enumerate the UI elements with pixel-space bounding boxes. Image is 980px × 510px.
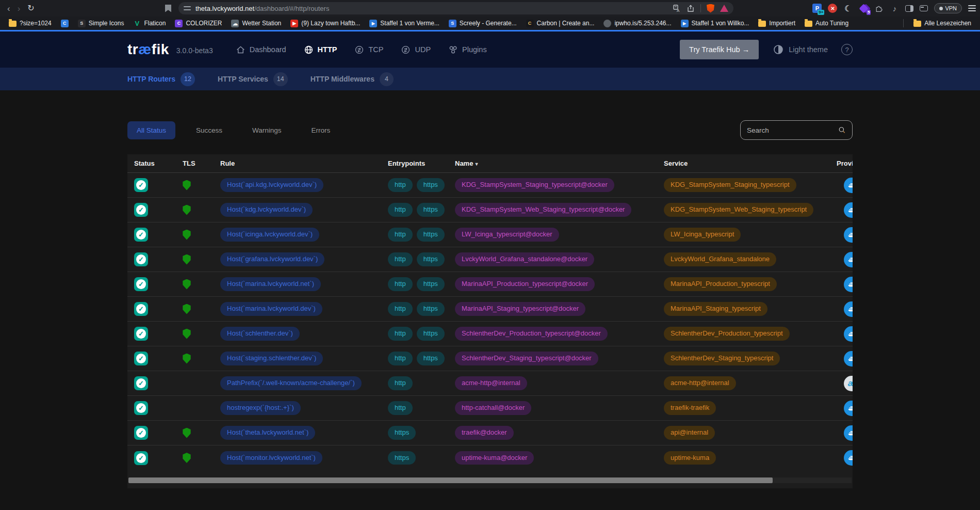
menu-icon[interactable] (968, 5, 976, 11)
brave-rewards-icon[interactable] (720, 5, 728, 12)
bookmark-item[interactable]: C COLORIZER (171, 19, 225, 28)
table-row[interactable]: ✓ Host(`marina.lvckyworld.net`) httphttp… (127, 272, 853, 297)
table-row[interactable]: ✓ Host(`staging.schlenther.dev`) httphtt… (127, 346, 853, 371)
help-icon[interactable]: ? (841, 44, 853, 55)
search-input[interactable] (747, 126, 838, 134)
extensions-puzzle-icon[interactable] (874, 4, 884, 13)
status-success-icon: ✓ (134, 203, 148, 217)
bookmark-all-bookmarks[interactable]: Alle Lesezeichen (910, 19, 975, 28)
brave-shield-icon[interactable] (707, 4, 714, 13)
media-note-icon[interactable]: ♪ (890, 4, 899, 13)
site-settings-icon[interactable] (184, 6, 191, 11)
bookmark-ribbon-icon[interactable] (165, 5, 171, 12)
nav-tcp[interactable]: TCP (354, 45, 383, 55)
table-row[interactable]: ✓ Host(`marina.lvckyworld.dev`) httphttp… (127, 297, 853, 322)
rule-pill: Host(`icinga.lvckyworld.dev`) (220, 228, 319, 242)
bookmark-item[interactable]: Auto Tuning (801, 19, 852, 28)
service-pill: LvckyWorld_Grafana_standalone (664, 252, 776, 266)
theme-toggle[interactable]: Light theme (773, 44, 828, 55)
col-service[interactable]: Service (664, 160, 837, 167)
table-row[interactable]: ✓ Host(`api.kdg.lvckyworld.dev`) httphtt… (127, 173, 853, 198)
col-provider[interactable]: Provider (837, 160, 853, 167)
wallet-icon[interactable] (920, 5, 928, 11)
table-row[interactable]: ✓ Host(`theta.lvckyworld.net`) https tra… (127, 421, 853, 445)
entrypoint-pill: https (417, 228, 445, 242)
scrollbar-thumb[interactable] (128, 477, 773, 483)
bookmark-item[interactable]: C Carbon | Create an... (522, 19, 598, 28)
table-row[interactable]: ✓ Host(`grafana.lvckyworld.dev`) httphtt… (127, 247, 853, 272)
horizontal-scrollbar[interactable] (128, 477, 852, 483)
share-icon[interactable] (687, 4, 695, 12)
service-pill: KDG_StampSystem_Web_Staging_typescript (664, 203, 813, 217)
nav-plugins[interactable]: Plugins (448, 45, 487, 55)
table-row[interactable]: ✓ PathPrefix(`/.well-known/acme-challeng… (127, 371, 853, 396)
table-row[interactable]: ✓ Host(`kdg.lvckyworld.dev`) httphttps K… (127, 198, 853, 222)
rule-pill: Host(`grafana.lvckyworld.dev`) (220, 252, 324, 266)
router-name-pill: MarinaAPI_Staging_typescript@docker (455, 302, 585, 316)
filter-success[interactable]: Success (187, 121, 232, 139)
col-tls[interactable]: TLS (183, 160, 220, 167)
docker-provider-icon (844, 202, 853, 218)
sidebar-toggle-icon[interactable] (905, 5, 913, 12)
reload-icon[interactable]: ↻ (27, 4, 34, 12)
extension-purple-icon[interactable]: 5 (859, 4, 868, 13)
status-success-icon: ✓ (134, 228, 148, 242)
tab-http-services[interactable]: HTTP Services 14 (218, 72, 288, 86)
docker-provider-icon (844, 178, 853, 193)
tls-shield-icon (183, 329, 191, 339)
bookmark-item[interactable]: ▶ Staffel 1 von Verme... (366, 19, 443, 28)
docker-provider-icon (844, 450, 853, 466)
count-badge: 4 (380, 72, 394, 86)
nav-udp[interactable]: UDP (401, 45, 431, 55)
app-nav: Dashboard HTTP TCP UDP Plugins (236, 45, 487, 55)
bookmark-label: Flaticon (144, 20, 166, 27)
tab-http-middlewares[interactable]: HTTP Middlewares 4 (311, 72, 394, 86)
status-success-icon: ✓ (134, 277, 148, 291)
col-entrypoints[interactable]: Entrypoints (388, 160, 455, 167)
extension-blue-icon[interactable]: P9+ (812, 4, 822, 13)
nav-dashboard[interactable]: Dashboard (236, 45, 286, 55)
search-box[interactable] (740, 120, 853, 140)
entrypoint-pill: http (388, 203, 413, 217)
nav-label: TCP (368, 45, 383, 54)
col-status[interactable]: Status (127, 160, 183, 167)
bookmark-item[interactable]: ipwho.is/5.253.246... (600, 19, 675, 28)
docker-provider-icon (844, 425, 853, 441)
back-icon[interactable]: ‹ (7, 4, 10, 13)
url-bar[interactable]: theta.lvckyworld.net/dashboard/#/http/ro… (178, 2, 733, 14)
try-traefik-hub-button[interactable]: Try Traefik Hub → (680, 40, 759, 59)
bookmark-item[interactable]: ☁ Wetter Station (227, 19, 285, 28)
bookmark-item[interactable]: V Flaticon (129, 19, 169, 28)
nav-http[interactable]: HTTP (304, 45, 337, 55)
bookmark-item[interactable]: C (57, 19, 72, 28)
col-rule[interactable]: Rule (220, 160, 388, 167)
bookmark-label: Alle Lesezeichen (924, 20, 971, 27)
favicon: ▶ (681, 20, 689, 27)
table-row[interactable]: ✓ Host(`monitor.lvckyworld.net`) https u… (127, 445, 853, 470)
translate-icon[interactable]: A (673, 4, 681, 12)
bookmark-item[interactable]: S Screely - Generate... (445, 19, 520, 28)
app-header: træfik 3.0.0-beta3 Dashboard HTTP TCP UD… (0, 31, 980, 68)
entrypoint-pill: http (388, 352, 413, 365)
table-row[interactable]: ✓ Host(`icinga.lvckyworld.dev`) httphttp… (127, 222, 853, 247)
filter-all-status[interactable]: All Status (127, 121, 175, 139)
filter-errors[interactable]: Errors (302, 121, 340, 139)
status-success-icon: ✓ (134, 178, 148, 192)
table-row[interactable]: ✓ Host(`schlenther.dev`) httphttps Schle… (127, 322, 853, 346)
bookmark-item[interactable]: ?size=1024 (5, 19, 55, 28)
bookmark-item[interactable]: ▶ Staffel 1 von Willko... (677, 19, 753, 28)
vpn-button[interactable]: VPN (934, 3, 962, 13)
extension-red-icon[interactable]: ✕ (828, 4, 837, 13)
rule-pill: Host(`api.kdg.lvckyworld.dev`) (220, 178, 323, 192)
bookmark-label: ipwho.is/5.253.246... (614, 20, 671, 27)
crescent-extension-icon[interactable]: ☾ (843, 4, 853, 13)
filter-warnings[interactable]: Warnings (243, 121, 291, 139)
table-row[interactable]: ✓ hostregexp(`{host:.+}`) http http-catc… (127, 396, 853, 421)
bookmark-item[interactable]: S Simple Icons (74, 19, 128, 28)
col-name[interactable]: Name▾ (455, 160, 664, 167)
entrypoint-pill: https (388, 451, 416, 465)
bookmark-item[interactable]: Importiert (755, 19, 799, 28)
forward-icon[interactable]: › (18, 4, 21, 13)
tab-http-routers[interactable]: HTTP Routers 12 (127, 72, 195, 86)
bookmark-item[interactable]: ▶ (9) Lazy town Haftb... (287, 19, 364, 28)
